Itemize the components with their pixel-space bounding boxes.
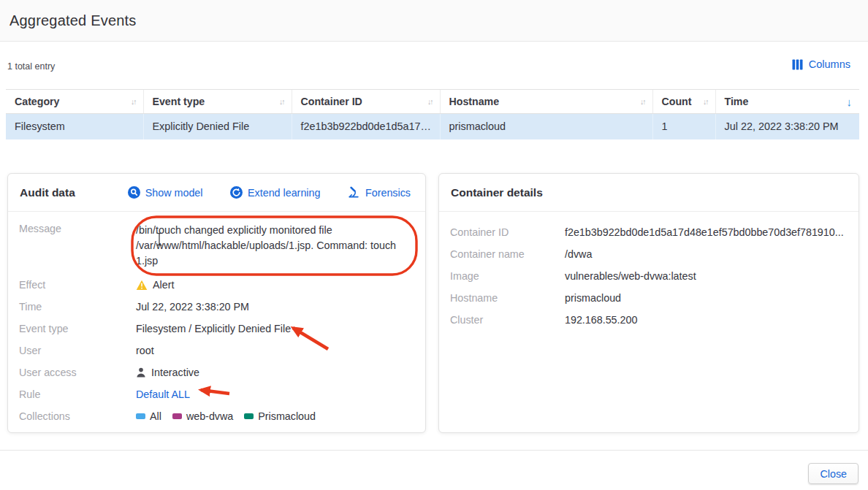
collection-chip: Prismacloud bbox=[244, 410, 316, 422]
audit-panel-header: Audit data Show model Extend learning bbox=[8, 174, 425, 212]
magnifier-circle-icon bbox=[128, 186, 140, 199]
column-header-time[interactable]: Time↓ bbox=[715, 90, 859, 114]
field-user-access: User access Interactive bbox=[8, 361, 425, 383]
container-details-panel: Container details Container ID f2e1b3b92… bbox=[438, 173, 859, 433]
field-user: User root bbox=[8, 340, 425, 361]
collection-chip: web-dvwa bbox=[172, 410, 233, 422]
footer-divider bbox=[0, 450, 868, 451]
container-panel-title: Container details bbox=[451, 186, 543, 199]
field-container-id: Container ID f2e1b3b922bd0de1d5a17d48e1e… bbox=[439, 221, 859, 243]
field-cluster: Cluster 192.168.55.200 bbox=[439, 309, 859, 331]
cell-category: Filesystem bbox=[6, 114, 143, 139]
page-title: Aggregated Events bbox=[9, 12, 137, 29]
sort-icons: ↓↑ bbox=[703, 97, 708, 106]
audit-panel-body: Message /bin/touch changed explicitly mo… bbox=[8, 212, 425, 427]
warning-icon bbox=[136, 280, 148, 291]
collection-swatch bbox=[172, 413, 182, 419]
column-header-hostname[interactable]: Hostname↓↑ bbox=[440, 90, 652, 114]
field-effect: Effect Alert bbox=[8, 274, 425, 296]
sort-icons: ↓↑ bbox=[640, 97, 645, 106]
close-button[interactable]: Close bbox=[808, 463, 859, 484]
column-header-container-id[interactable]: Container ID↓↑ bbox=[292, 90, 440, 114]
field-image: Image vulnerables/web-dvwa:latest bbox=[439, 265, 859, 287]
cell-hostname: prismacloud bbox=[440, 114, 652, 139]
column-header-category[interactable]: Category↓↑ bbox=[6, 90, 143, 114]
rule-link[interactable]: Default ALL bbox=[136, 388, 190, 400]
sort-icons: ↓↑ bbox=[427, 97, 433, 106]
cell-container-id: f2e1b3b922bd0de1d5a17d48... bbox=[292, 114, 440, 139]
columns-label: Columns bbox=[809, 58, 850, 70]
page-header: Aggregated Events bbox=[0, 0, 868, 42]
relearn-circle-icon bbox=[230, 186, 243, 199]
field-collections: Collections All web-dvwa Prismacloud bbox=[8, 405, 425, 427]
audit-actions: Show model Extend learning Forensics bbox=[128, 186, 414, 199]
columns-button[interactable]: Columns bbox=[792, 58, 850, 70]
sort-icons: ↓↑ bbox=[131, 97, 136, 106]
person-icon bbox=[136, 367, 146, 378]
audit-data-panel: Audit data Show model Extend learning bbox=[7, 173, 426, 433]
sort-icons: ↓↑ bbox=[279, 97, 284, 106]
cell-count: 1 bbox=[652, 114, 715, 139]
show-model-button[interactable]: Show model bbox=[128, 186, 203, 199]
table-row[interactable]: Filesystem Explicitly Denied File f2e1b3… bbox=[6, 114, 859, 139]
sort-desc-icon: ↓ bbox=[847, 96, 853, 108]
column-header-event-type[interactable]: Event type↓↑ bbox=[143, 90, 292, 114]
message-value: /bin/touch changed explicitly monitored … bbox=[136, 223, 417, 269]
field-hostname: Hostname prismacloud bbox=[439, 287, 859, 309]
events-table: Category↓↑ Event type↓↑ Container ID↓↑ H… bbox=[6, 89, 859, 139]
forensics-button[interactable]: Forensics bbox=[348, 186, 411, 199]
container-panel-header: Container details bbox=[439, 174, 859, 212]
cell-event-type: Explicitly Denied File bbox=[143, 114, 292, 139]
table-header-row: Category↓↑ Event type↓↑ Container ID↓↑ H… bbox=[6, 90, 859, 114]
cell-time: Jul 22, 2022 3:38:20 PM bbox=[715, 114, 859, 139]
total-entries-label: 1 total entry bbox=[7, 61, 55, 72]
columns-icon bbox=[792, 59, 803, 70]
audit-panel-title: Audit data bbox=[20, 186, 75, 199]
collection-swatch bbox=[136, 413, 145, 419]
field-event-type: Event type Filesystem / Explicitly Denie… bbox=[8, 318, 425, 340]
field-message: Message /bin/touch changed explicitly mo… bbox=[8, 221, 425, 274]
microscope-icon bbox=[348, 186, 360, 199]
column-header-count[interactable]: Count↓↑ bbox=[652, 90, 715, 114]
container-panel-body: Container ID f2e1b3b922bd0de1d5a17d48e1e… bbox=[439, 212, 859, 331]
aggregated-events-dialog: Aggregated Events 1 total entry Columns … bbox=[0, 0, 868, 490]
collection-swatch bbox=[244, 413, 254, 419]
field-container-name: Container name /dvwa bbox=[439, 243, 859, 265]
field-time: Time Jul 22, 2022 3:38:20 PM bbox=[8, 296, 425, 318]
extend-learning-button[interactable]: Extend learning bbox=[230, 186, 320, 199]
collection-chip: All bbox=[136, 410, 161, 422]
field-rule: Rule Default ALL bbox=[8, 383, 425, 405]
